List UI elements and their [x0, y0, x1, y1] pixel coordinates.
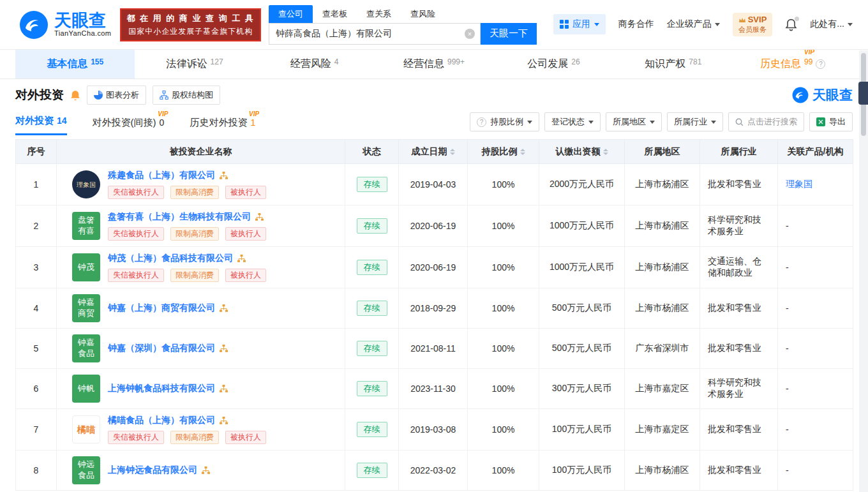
subscribed-capital: 500万元人民币: [539, 288, 625, 329]
table-search-button[interactable]: 点击进行搜索: [728, 112, 804, 131]
industry: 批发和零售业: [700, 451, 778, 491]
company-link[interactable]: 殊趣食品（上海）有限公司: [108, 170, 215, 181]
monitor-bell-icon[interactable]: [70, 90, 80, 101]
company-info: 上海钟远食品有限公司: [108, 465, 211, 476]
status-badge: 存续: [357, 260, 387, 275]
main-tab[interactable]: 公司发展26: [494, 50, 613, 78]
search-button[interactable]: 天眼一下: [481, 23, 537, 45]
risk-tag[interactable]: 被执行人: [225, 269, 266, 282]
filter-dropdown[interactable]: 所属行业: [667, 112, 723, 131]
sort-icon[interactable]: [520, 149, 525, 155]
org-chart-icon: [160, 91, 168, 100]
tab-count: 781: [689, 57, 701, 66]
filter-dropdown[interactable]: 登记状态: [544, 112, 601, 131]
risk-tag[interactable]: 失信被执行人: [108, 227, 164, 241]
slogan-line2: 国家中小企业发展子基金旗下机构: [126, 26, 255, 37]
equity-penetration-icon[interactable]: [219, 304, 228, 313]
sub-tab[interactable]: 对外投资14: [15, 115, 67, 135]
risk-tag[interactable]: 被执行人: [225, 186, 266, 199]
company-link[interactable]: 橘喵食品（上海）有限公司: [108, 415, 215, 426]
company-info: 橘喵食品（上海）有限公司失信被执行人限制高消费被执行人: [108, 415, 266, 444]
risk-tag[interactable]: 被执行人: [225, 227, 266, 241]
risk-tag[interactable]: 限制高消费: [170, 269, 219, 282]
established-date: 2021-08-11: [399, 329, 468, 369]
section-header: 对外投资 图表分析 股权结构图 天眼查: [15, 86, 853, 105]
company-link[interactable]: 上海钟远食品有限公司: [108, 465, 197, 476]
apps-menu[interactable]: 应用: [553, 14, 606, 34]
company-info: 盘箸有喜（上海）生物科技有限公司失信被执行人限制高消费被执行人: [108, 211, 266, 241]
main-tab[interactable]: 法律诉讼127: [135, 50, 254, 78]
equity-penetration-icon[interactable]: [255, 212, 264, 221]
grid-icon: [560, 20, 569, 29]
company-link[interactable]: 上海钟帆食品科技有限公司: [108, 383, 215, 394]
search-tab[interactable]: 查风险: [401, 5, 445, 23]
risk-tag[interactable]: 限制高消费: [170, 186, 219, 199]
export-button[interactable]: 导出: [809, 112, 853, 131]
status-cell: 存续: [345, 329, 399, 369]
industry: 科学研究和技术服务业: [700, 369, 778, 409]
risk-tag[interactable]: 限制高消费: [170, 431, 219, 444]
tab-label: 经营信息: [403, 57, 444, 71]
main-tab[interactable]: 经营信息999+: [374, 50, 493, 78]
sub-tab[interactable]: 对外投资(间接)0VIP: [93, 117, 165, 135]
company-link[interactable]: 钟嘉（上海）商贸有限公司: [108, 302, 215, 314]
tianyancha-logo[interactable]: 天眼查 TianYanCha.com: [19, 10, 111, 40]
company-link[interactable]: 钟嘉（深圳）食品有限公司: [108, 343, 215, 354]
company-link[interactable]: 钟茂（上海）食品科技有限公司: [108, 253, 233, 264]
table-row: 2盘箸有喜盘箸有喜（上海）生物科技有限公司失信被执行人限制高消费被执行人存续20…: [16, 205, 853, 247]
row-number: 2: [16, 205, 57, 247]
side-float-widget[interactable]: [858, 82, 868, 105]
company-name-line: 钟嘉（上海）商贸有限公司: [108, 302, 228, 314]
sub-tab[interactable]: 历史对外投资1VIP: [190, 117, 255, 135]
filter-dropdown[interactable]: ?持股比例: [470, 112, 539, 131]
equity-structure-button[interactable]: 股权结构图: [153, 86, 220, 105]
company-link[interactable]: 盘箸有喜（上海）生物科技有限公司: [108, 211, 251, 223]
status-badge: 存续: [357, 422, 387, 437]
filter-dropdown[interactable]: 所属地区: [606, 112, 662, 131]
equity-penetration-icon[interactable]: [219, 416, 228, 425]
equity-penetration-icon[interactable]: [219, 171, 228, 180]
main-tab[interactable]: 基本信息155: [15, 50, 135, 78]
risk-tag[interactable]: 失信被执行人: [108, 431, 164, 444]
vip-badge: VIP: [158, 111, 168, 117]
nav-business-cooperation[interactable]: 商务合作: [618, 19, 654, 30]
user-menu[interactable]: 此处有...: [810, 19, 853, 30]
search-tab[interactable]: 查关系: [357, 5, 401, 23]
risk-tag[interactable]: 限制高消费: [170, 227, 219, 241]
column-header[interactable]: 持股比例: [468, 140, 539, 164]
search-tab[interactable]: 查老板: [313, 5, 357, 23]
company-logo: 钟茂: [72, 253, 100, 281]
tab-count-wrap: 26: [571, 56, 580, 67]
vip-badge: VIP: [804, 49, 814, 56]
table-row: 3钟茂钟茂（上海）食品科技有限公司失信被执行人限制高消费被执行人存续2020-0…: [16, 247, 853, 288]
chart-analysis-button[interactable]: 图表分析: [87, 86, 146, 105]
chevron-down-icon: [594, 23, 599, 26]
main-tab[interactable]: 历史信息VIP99?: [733, 50, 853, 78]
column-header[interactable]: 认缴出资额: [539, 140, 625, 164]
top-navigation-bar: 天眼查 TianYanCha.com 都 在 用 的 商 业 查 询 工 具 国…: [0, 0, 868, 50]
sort-icon[interactable]: [603, 149, 608, 155]
risk-tag[interactable]: 被执行人: [225, 431, 266, 444]
svip-membership-badge[interactable]: SVIP 会员服务: [733, 13, 773, 36]
related-product-link[interactable]: 理象国: [786, 179, 812, 189]
risk-tag[interactable]: 失信被执行人: [108, 269, 164, 282]
nav-enterprise-products[interactable]: 企业级产品: [667, 19, 720, 30]
equity-penetration-icon[interactable]: [201, 466, 211, 475]
main-tab[interactable]: 经营风险4: [255, 50, 374, 78]
subscribed-capital: 2000万元人民币: [539, 164, 625, 205]
content-area: 对外投资 图表分析 股权结构图 天眼查: [0, 79, 868, 491]
search-tab[interactable]: 查公司: [269, 5, 313, 23]
clear-icon[interactable]: ×: [465, 29, 475, 39]
notification-bell-icon[interactable]: [785, 18, 797, 31]
company-cell: 钟远食品上海钟远食品有限公司: [57, 451, 345, 491]
equity-penetration-icon[interactable]: [219, 384, 228, 393]
sort-icon[interactable]: [450, 149, 455, 155]
equity-penetration-icon[interactable]: [237, 254, 246, 263]
risk-tag[interactable]: 失信被执行人: [108, 186, 164, 199]
filter-label: 登记状态: [551, 116, 585, 128]
main-tab[interactable]: 知识产权781: [613, 50, 733, 78]
search-input[interactable]: [269, 23, 481, 45]
company-wrap: 盘箸有喜盘箸有喜（上海）生物科技有限公司失信被执行人限制高消费被执行人: [61, 211, 341, 241]
column-header[interactable]: 成立日期: [399, 140, 468, 164]
equity-penetration-icon[interactable]: [219, 344, 228, 353]
